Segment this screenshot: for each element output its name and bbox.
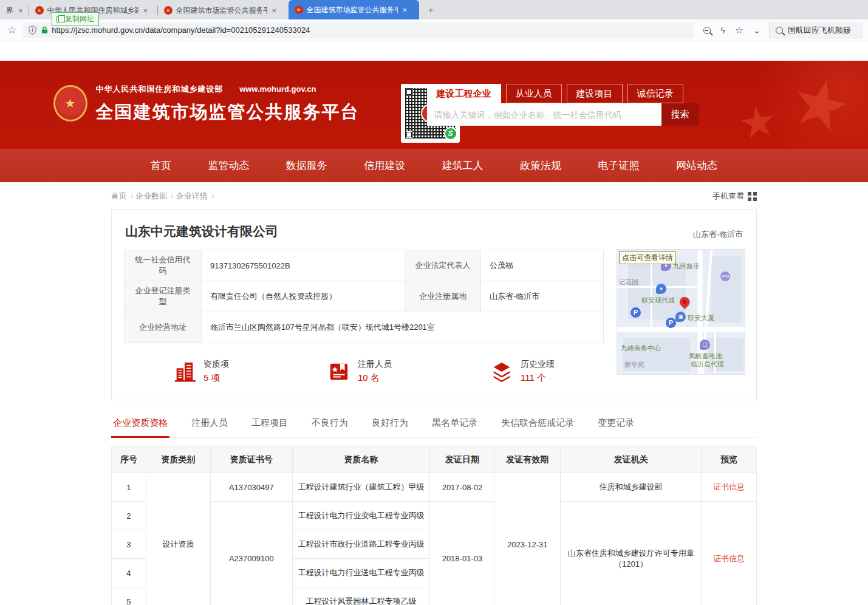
shield-icon[interactable] (29, 26, 36, 35)
row-no: 3 (112, 530, 146, 559)
qual-name: 工程设计电力行业送电工程专业丙级 (292, 559, 430, 587)
row-no: 4 (112, 559, 146, 587)
map-label-garden: 记花园 (618, 278, 638, 287)
tab-registered-personnel[interactable]: 注册人员 (190, 414, 230, 437)
search-tab-personnel[interactable]: 从业人员 (506, 84, 562, 103)
cert-no: A237009100 (210, 502, 292, 605)
nav-item-workers[interactable]: 建筑工人 (442, 159, 484, 173)
nav-item-data-service[interactable]: 数据服务 (286, 159, 327, 173)
search-button[interactable]: 搜索 (661, 103, 699, 126)
breadcrumb-row: 首页 企业数据 企业详情 手机查看 (111, 182, 757, 209)
zoom-out-icon[interactable] (703, 27, 711, 34)
national-emblem-logo: ★ (53, 85, 87, 121)
browser-quick-search[interactable]: 国航回应飞机颠簸 (769, 22, 863, 39)
stat-qualifications[interactable]: 资质项 5 项 (173, 359, 229, 384)
map-label-lianan-tower: 联安大厦 (688, 313, 714, 323)
tab-close-icon[interactable]: × (403, 5, 408, 15)
bookmark-star-icon[interactable]: ☆ (7, 24, 16, 36)
issue-date: 2018-01-03 (430, 502, 494, 605)
map-tooltip: 点击可查看详情 (619, 251, 676, 264)
search-tab-credit[interactable]: 诚信记录 (627, 84, 683, 103)
stat-registered-personnel[interactable]: 注册人员 10 名 (327, 359, 392, 384)
main-nav: 首页 监管动态 数据服务 信用建设 建筑工人 政策法规 电子证照 网站动态 (0, 149, 868, 182)
qr-finder (405, 88, 413, 96)
business-address-value: 临沂市兰山区陶然路107号星河晶都（联安）现代城1号楼2201室 (202, 312, 604, 343)
tab-bad-behavior[interactable]: 不良行为 (310, 414, 350, 437)
ministry-name: 中华人民共和国住房和城乡建设部 (96, 84, 224, 94)
col-header: 发证有效期 (494, 447, 561, 473)
map-block (711, 256, 742, 323)
map-parking-icon: P (630, 307, 641, 318)
tab-qualifications[interactable]: 企业资质资格 (111, 414, 169, 438)
new-tab-button[interactable]: ＋ (419, 4, 443, 19)
stat-value: 5 项 (203, 372, 229, 384)
tab-change-records[interactable]: 变更记录 (596, 414, 636, 437)
company-summary-card: 山东中元建筑设计有限公司 山东省-临沂市 统一社会信用代码 9137130267… (111, 209, 757, 400)
stat-label: 历史业绩 (521, 359, 555, 370)
nav-item-site-news[interactable]: 网站动态 (676, 159, 717, 173)
browser-tab-jzsc-active[interactable]: ★ 全国建筑市场监管公共服务平台 × (289, 0, 419, 19)
field-label: 统一社会信用代码 (125, 250, 202, 281)
map-label-lianan-modern: 联安现代城 (641, 296, 675, 305)
col-header: 资质名称 (292, 447, 430, 473)
browser-action-icons: ϟ ☆ ⌄ (703, 24, 760, 36)
tab-close-icon[interactable]: × (272, 6, 277, 15)
nav-item-supervision[interactable]: 监管动态 (208, 159, 249, 173)
map-label-battery-2: 临沂总代理 (691, 360, 724, 369)
cert-no: A137030497 (210, 473, 292, 502)
issuer: 山东省住房和城乡建设厅许可专用章（1201） (561, 502, 702, 605)
nav-item-policy[interactable]: 政策法规 (520, 159, 561, 173)
tab-good-behavior[interactable]: 良好行为 (370, 414, 410, 437)
tab-title: 全国建筑市场监管公共服务平台 (176, 5, 267, 16)
issuer: 住房和城乡建设部 (561, 473, 702, 502)
address-bar[interactable]: https://jzsc.mohurd.gov.cn/data/company/… (22, 22, 694, 38)
tab-dishonesty-records[interactable]: 失信联合惩戒记录 (499, 414, 576, 437)
keyword-search-input[interactable] (427, 103, 661, 126)
mobile-view-button[interactable]: 手机查看 (713, 191, 757, 202)
tab-projects[interactable]: 工程项目 (250, 414, 290, 437)
qr-code-icon (748, 192, 757, 201)
table-row: 1 设计资质 A137030497 工程设计建筑行业（建筑工程）甲级 2017-… (112, 473, 757, 502)
breadcrumb-company-detail[interactable]: 企业详情 (176, 191, 214, 202)
tab-title: 界 (6, 5, 13, 16)
browser-tab-partial[interactable]: 界 × (0, 1, 29, 19)
tab-blacklist[interactable]: 黑名单记录 (430, 414, 479, 437)
stat-label: 注册人员 (358, 359, 392, 370)
tab-close-icon[interactable]: × (18, 6, 23, 15)
nav-item-credit[interactable]: 信用建设 (364, 159, 405, 173)
company-name: 山东中元建筑设计有限公司 (125, 223, 278, 240)
detail-tabs: 企业资质资格 注册人员 工程项目 不良行为 良好行为 黑名单记录 失信联合惩戒记… (111, 414, 757, 438)
cert-info-link[interactable]: 证书信息 (713, 554, 745, 563)
stat-historical-performance[interactable]: 历史业绩 111 个 (490, 359, 555, 384)
field-label: 企业经营地址 (125, 312, 202, 343)
nav-item-certificate[interactable]: 电子证照 (598, 159, 640, 173)
favorite-star-icon[interactable]: ☆ (735, 24, 743, 36)
registration-type-value: 有限责任公司（自然人投资或控股） (202, 281, 405, 312)
tab-close-icon[interactable]: × (143, 6, 148, 15)
browser-tab-jzsc-1[interactable]: ★ 全国建筑市场监管公共服务平台 × (158, 1, 289, 19)
registered-region-value: 山东省-临沂市 (481, 281, 604, 312)
ministry-website: www.mohurd.gov.cn (239, 84, 316, 94)
table-header-row: 序号 资质类别 资质证书号 资质名称 发证日期 发证有效期 发证机关 预览 (112, 447, 757, 473)
browser-tab-bar: 界 × ★ 中华人民共和国住房和城乡建设 × ★ 全国建筑市场监管公共服务平台 … (0, 0, 868, 19)
flash-icon[interactable]: ϟ (720, 26, 725, 35)
page-top-gap (0, 41, 868, 61)
nav-item-home[interactable]: 首页 (151, 159, 171, 173)
cert-info-link[interactable]: 证书信息 (713, 482, 745, 491)
qr-miniprogram-icon: S (444, 127, 457, 140)
company-location-map[interactable]: 点击可查看详情 ♦ 九州超市 ATM 记花园 ♦ 联安现代城 ▣ 联安大厦 P … (617, 249, 745, 375)
gov-emblem-favicon: ★ (295, 5, 303, 14)
stat-value: 10 名 (358, 372, 392, 384)
map-label-business-center: 九峰商务中心 (621, 344, 661, 353)
gov-emblem-favicon: ★ (164, 6, 173, 15)
search-tab-enterprise[interactable]: 建设工程企业 (427, 84, 501, 103)
row-no: 2 (112, 502, 146, 530)
chevron-down-icon[interactable]: ⌄ (753, 26, 760, 35)
qual-name: 工程设计市政行业道路工程专业丙级 (292, 530, 430, 559)
breadcrumb-company-data[interactable]: 企业数据 (135, 191, 173, 202)
breadcrumb-home[interactable]: 首页 (111, 191, 133, 202)
layers-icon (490, 360, 513, 383)
issue-date: 2017-08-02 (430, 473, 494, 502)
search-tab-project[interactable]: 建设项目 (567, 84, 623, 103)
row-no: 1 (112, 473, 146, 502)
